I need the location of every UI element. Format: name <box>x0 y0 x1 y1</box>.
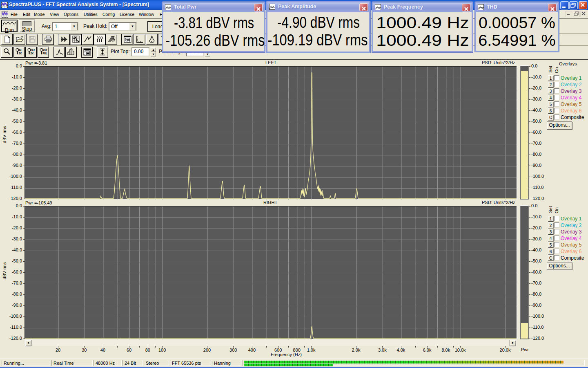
svg-text:OUT: OUT <box>31 49 36 52</box>
svg-text:2X: 2X <box>30 52 33 55</box>
svg-text:IN: IN <box>19 49 22 52</box>
svg-text:2X: 2X <box>18 52 22 55</box>
svg-text:FULL: FULL <box>42 52 47 55</box>
svg-text:OUT: OUT <box>43 49 48 52</box>
